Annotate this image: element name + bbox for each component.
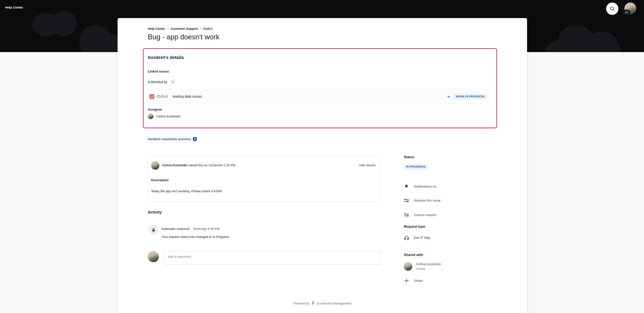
request-type-row: Get IT help	[404, 235, 430, 241]
activity-heading: Activity	[148, 210, 162, 215]
automation-avatar	[149, 225, 158, 235]
request-type-value: Get IT help	[414, 236, 430, 240]
activity-author: Automatic response	[162, 227, 190, 230]
activity-timestamp: Yesterday 9:36 PM	[193, 227, 220, 230]
breadcrumb: Help Center / Customer Support / CUS-1	[148, 27, 212, 30]
breadcrumb-customer-support[interactable]: Customer Support	[170, 27, 198, 30]
linked-issue-key[interactable]: CUS-5	[157, 94, 168, 99]
assignee-name: Celina Kuziemko	[156, 114, 180, 118]
request-page-card: Help Center / Customer Support / CUS-1 B…	[118, 18, 527, 313]
cloud-shape	[545, 40, 622, 52]
breadcrumb-current: CUS-1	[204, 27, 213, 30]
shared-person-row: Celina Kuziemko Creator	[404, 262, 441, 271]
linked-issue-summary: loading data issues	[173, 95, 202, 98]
status-lozenge: IN PROGRESS	[404, 164, 428, 170]
status-heading: Status	[404, 155, 414, 159]
raised-by-line: Celina Kuziemko raised this on 12/Jan/24…	[162, 163, 235, 167]
helpcenter-title: Help Center	[5, 5, 23, 9]
search-button[interactable]	[606, 2, 618, 15]
breadcrumb-help-center[interactable]: Help Center	[148, 27, 165, 30]
resolve-issue-label: Resolve this issue	[414, 199, 440, 202]
powered-by-footer: Powered by Jira Service Management	[118, 301, 527, 305]
headphones-icon	[404, 235, 409, 241]
product-name-text: Jira Service Management	[316, 302, 351, 305]
reporter-avatar	[151, 161, 160, 170]
share-button[interactable]: Share	[404, 278, 423, 284]
activity-item-header: Automatic response Yesterday 9:36 PM	[162, 227, 220, 230]
robot-icon	[151, 227, 156, 232]
powered-by-text: Powered by	[294, 302, 310, 305]
transfer-icon	[404, 212, 409, 218]
cloud-shape	[51, 11, 77, 36]
description-text: Today the app isn't working. Please chec…	[151, 189, 222, 193]
incident-type-icon	[150, 94, 154, 99]
add-comment-input[interactable]	[164, 251, 381, 265]
external-link-icon	[193, 137, 197, 141]
description-heading: Description	[151, 178, 169, 182]
shared-with-heading: Shared with	[404, 253, 423, 257]
breadcrumb-separator: /	[200, 27, 201, 30]
resolve-issue-action[interactable]: Resolve this issue	[404, 198, 440, 203]
linked-issues-heading: Linked issues	[148, 70, 169, 73]
commenter-avatar	[148, 251, 159, 262]
notifications-label: Notifications on	[414, 184, 436, 188]
reporter-name: Celina Kuziemko	[162, 163, 188, 167]
relation-label: is blocked by	[148, 80, 168, 84]
shared-person-role: Creator	[416, 267, 441, 270]
activity-message: Your request status has changed to In Pr…	[162, 235, 230, 239]
request-type-heading: Request type	[404, 225, 425, 229]
notifications-toggle[interactable]: Notifications on	[404, 184, 436, 189]
assignee-avatar	[148, 113, 154, 119]
share-label: Share	[414, 279, 423, 283]
incident-details-heading: Incident's details	[148, 55, 184, 60]
page-title: Bug - app doesn't work	[148, 33, 220, 41]
cancel-request-label: Cancel request	[414, 213, 436, 217]
notification-count-badge: 10	[622, 10, 630, 15]
bell-icon	[404, 184, 409, 189]
assignee-heading: Assignee	[148, 108, 162, 111]
transfer-icon	[404, 198, 409, 203]
link-relation-row: is blocked by 1	[148, 80, 176, 84]
relation-count-badge: 1	[170, 80, 176, 84]
request-details-card: Celina Kuziemko raised this on 12/Jan/24…	[148, 156, 380, 202]
hide-details-button[interactable]: Hide details	[359, 163, 376, 167]
cancel-request-action[interactable]: Cancel request	[404, 212, 436, 218]
shared-person-avatar	[404, 262, 412, 271]
request-sidebar: Status IN PROGRESS Notifications on Reso…	[404, 18, 523, 313]
incident-resolution-link-label: Incident resolution process	[148, 137, 191, 141]
raised-text: raised this on 12/Jan/24 1:16 PM	[188, 163, 235, 167]
plus-icon	[404, 278, 409, 284]
incident-resolution-link[interactable]: Incident resolution process	[148, 137, 197, 141]
assignee-row: Celina Kuziemko	[148, 113, 180, 119]
shared-person-name: Celina Kuziemko	[416, 262, 441, 266]
breadcrumb-separator: /	[168, 27, 168, 30]
search-icon	[610, 6, 615, 11]
jsm-bolt-logo-icon	[311, 301, 315, 305]
